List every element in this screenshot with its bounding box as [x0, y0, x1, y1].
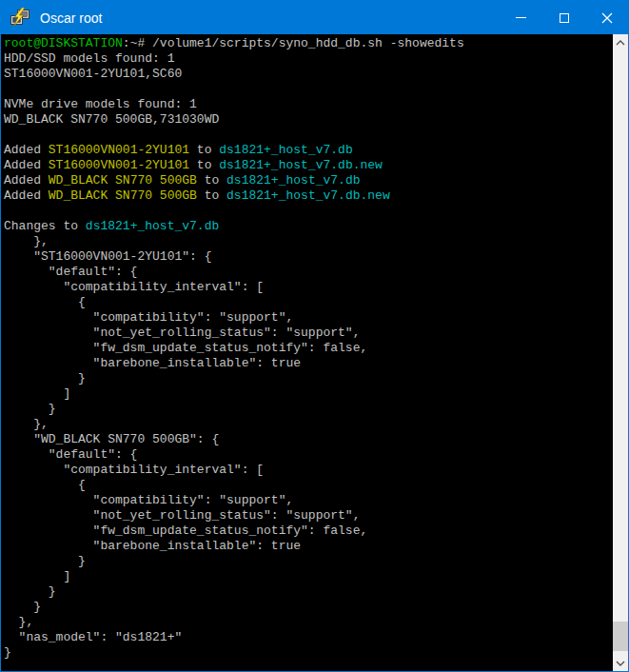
terminal-text-segment: to [197, 173, 226, 188]
terminal-line: ] [4, 386, 613, 402]
terminal-text-segment: ST16000VN001-2YU101,SC60 [4, 67, 182, 81]
terminal-line: "ST16000VN001-2YU101": { [4, 249, 613, 265]
terminal-line: { [4, 295, 613, 310]
terminal-line: root@DISKSTATION:~# /volume1/scripts/syn… [4, 36, 613, 51]
terminal-text-segment: { [4, 295, 86, 309]
terminal-text-segment: ds1821+_host_v7.db [219, 143, 352, 157]
terminal-text-segment: ds1821+_host_v7.db.new [226, 188, 390, 203]
terminal-text-segment: to [197, 188, 226, 203]
window-title: Oscar root [40, 10, 500, 26]
terminal-line: "WD_BLACK SN770 500GB": { [4, 432, 613, 447]
terminal-text-segment: Added [4, 173, 49, 188]
window-controls [500, 1, 628, 34]
terminal-line: Added WD_BLACK SN770 500GB to ds1821+_ho… [4, 173, 613, 188]
scrollbar-thumb[interactable] [613, 622, 628, 651]
terminal-text-segment: ] [4, 569, 70, 583]
terminal-line: Added ST16000VN001-2YU101 to ds1821+_hos… [4, 158, 613, 173]
terminal-text-segment: "fw_dsm_update_status_notify": false, [4, 524, 367, 538]
close-button[interactable] [585, 1, 628, 34]
titlebar[interactable]: Oscar root [1, 1, 628, 34]
scroll-down-button[interactable] [613, 655, 628, 671]
terminal-text-segment: NVMe drive models found: 1 [4, 97, 197, 111]
terminal-text-segment: WD_BLACK SN770 500GB [49, 188, 197, 203]
terminal-text-segment: { [4, 478, 86, 492]
terminal-line: }, [4, 417, 613, 432]
terminal-text-segment: "compatibility": "support", [4, 310, 293, 325]
terminal-line [4, 82, 613, 97]
terminal-line: "default": { [4, 265, 613, 280]
terminal-text-segment: "not_yet_rolling_status": "support", [4, 326, 360, 340]
terminal-line: "not_yet_rolling_status": "support", [4, 326, 613, 341]
terminal-line: "nas_model": "ds1821+" [4, 630, 613, 645]
terminal-text-segment: "compatibility": "support", [4, 493, 293, 507]
minimize-icon [516, 17, 526, 18]
terminal-line: ] [4, 569, 613, 584]
terminal-line: "compatibility": "support", [4, 310, 613, 326]
terminal-text-segment: WD_BLACK SN770 500GB [49, 173, 197, 188]
terminal-text-segment: "ST16000VN001-2YU101": { [4, 249, 211, 264]
chevron-down-icon [616, 661, 625, 666]
scrollbar-trough[interactable] [613, 50, 628, 655]
terminal-line: Changes to ds1821+_host_v7.db [4, 219, 613, 234]
terminal-line: }, [4, 234, 613, 249]
putty-app-icon[interactable] [10, 8, 30, 29]
terminal-line: } [4, 554, 613, 569]
minimize-button[interactable] [500, 1, 542, 34]
terminal-text-segment: "barebone_installable": true [4, 539, 301, 553]
terminal-text-segment: HDD/SSD models found: 1 [4, 51, 174, 66]
terminal-text-segment: "WD_BLACK SN770 500GB": { [4, 432, 219, 446]
terminal-text-segment: ] [4, 386, 70, 401]
terminal-text-segment: "default": { [4, 265, 137, 279]
terminal-line: "fw_dsm_update_status_notify": false, [4, 524, 613, 539]
terminal-line: } [4, 371, 613, 386]
scrollbar[interactable] [613, 34, 628, 671]
terminal-line: "barebone_installable": true [4, 356, 613, 371]
terminal-text-segment: "compatibility_interval": [ [4, 280, 264, 294]
terminal-line: }, [4, 615, 613, 630]
terminal-text-segment: Added [4, 143, 49, 157]
terminal-line: Added ST16000VN001-2YU101 to ds1821+_hos… [4, 143, 613, 158]
terminal-line: } [4, 645, 613, 661]
terminal-text-segment: } [4, 600, 41, 614]
terminal-text-segment: Added [4, 188, 49, 203]
terminal-text-segment: "barebone_installable": true [4, 356, 301, 370]
terminal-line: } [4, 584, 613, 600]
terminal-line: "fw_dsm_update_status_notify": false, [4, 341, 613, 356]
terminal-text-segment: } [4, 371, 86, 385]
terminal-line: NVMe drive models found: 1 [4, 97, 613, 112]
window-body: root@DISKSTATION:~# /volume1/scripts/syn… [1, 34, 628, 671]
scroll-up-button[interactable] [613, 34, 628, 50]
terminal-text-segment: ds1821+_host_v7.db [86, 219, 219, 233]
terminal-text-segment: "nas_model": "ds1821+" [4, 630, 182, 644]
terminal-text-segment: "default": { [4, 447, 137, 462]
close-icon [601, 12, 613, 24]
terminal-output[interactable]: root@DISKSTATION:~# /volume1/scripts/syn… [1, 34, 613, 671]
terminal-line: "compatibility_interval": [ [4, 463, 613, 478]
terminal-line: ST16000VN001-2YU101,SC60 [4, 67, 613, 82]
terminal-line [4, 128, 613, 143]
terminal-text-segment: ds1821+_host_v7.db [226, 173, 360, 188]
terminal-text-segment: "not_yet_rolling_status": "support", [4, 508, 360, 523]
terminal-text-segment: }, [4, 615, 33, 629]
maximize-button[interactable] [542, 1, 585, 34]
terminal-text-segment: to [189, 143, 219, 157]
terminal-line: } [4, 402, 613, 417]
chevron-up-icon [616, 40, 625, 46]
terminal-text-segment: Added [4, 158, 49, 172]
terminal-text-segment: }, [4, 417, 49, 431]
terminal-line: WD_BLACK SN770 500GB,731030WD [4, 112, 613, 128]
terminal-text-segment: Changes to [4, 219, 86, 233]
terminal-text-segment: } [4, 584, 56, 599]
terminal-text-segment: } [4, 402, 56, 416]
terminal-line: "not_yet_rolling_status": "support", [4, 508, 613, 524]
terminal-line: } [4, 600, 613, 615]
terminal-text-segment: }, [4, 234, 49, 248]
terminal-text-segment: to [189, 158, 219, 172]
terminal-text-segment: "compatibility_interval": [ [4, 463, 264, 477]
terminal-text-segment: "fw_dsm_update_status_notify": false, [4, 341, 367, 355]
terminal-line: { [4, 478, 613, 493]
terminal-line: "compatibility_interval": [ [4, 280, 613, 295]
terminal-text-segment: ds1821+_host_v7.db.new [219, 158, 383, 172]
terminal-text-segment: root@DISKSTATION [4, 36, 123, 50]
maximize-icon [560, 13, 569, 23]
